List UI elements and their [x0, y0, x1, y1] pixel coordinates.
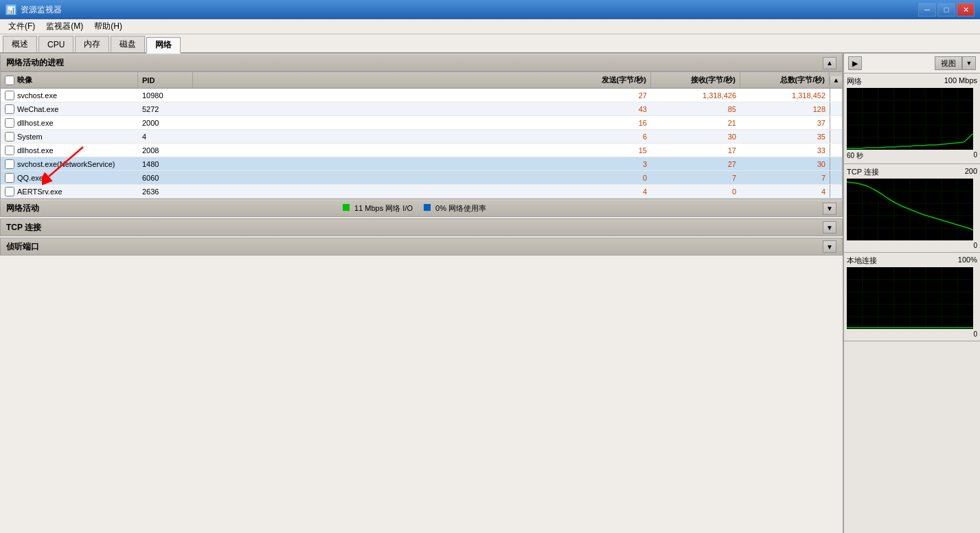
window-controls: ─ □ ✕ — [918, 3, 975, 16]
row-checkbox[interactable] — [5, 118, 14, 128]
status-net-io: 11 Mbps 网络 I/O — [343, 203, 413, 214]
tcp-collapse-btn[interactable]: ▼ — [823, 221, 836, 234]
network-chart-title: 网络 — [847, 76, 862, 87]
right-panel: ▶ 视图 ▼ 网络 100 Mbps — [843, 54, 980, 533]
listen-collapse-btn[interactable]: ▼ — [823, 240, 836, 253]
cell-recv: 21 — [651, 116, 740, 129]
processes-header[interactable]: 网络活动的进程 ▲ — [0, 54, 843, 71]
tcp-chart-header: TCP 连接 200 — [847, 167, 977, 177]
row-checkbox[interactable] — [5, 173, 14, 183]
processes-collapse-btn[interactable]: ▲ — [823, 57, 836, 69]
empty-area — [0, 256, 843, 533]
table-row[interactable]: svchost.exe 10980 27 1,318,426 1,318,452 — [1, 89, 842, 102]
network-chart-container: 网络 100 Mbps — [844, 73, 980, 164]
network-activity-collapse-btn[interactable]: ▼ — [823, 203, 836, 215]
cell-total: 30 — [740, 157, 830, 170]
cell-total: 128 — [740, 102, 830, 115]
local-chart-value: 100% — [958, 256, 977, 266]
table-row[interactable]: QQ.exe 6060 0 7 7 — [1, 171, 842, 185]
tab-memory[interactable]: 内存 — [75, 36, 109, 52]
cell-send: 6 — [193, 130, 651, 143]
cell-scroll — [830, 89, 842, 102]
cell-image: QQ.exe — [1, 171, 138, 184]
col-image[interactable]: 映像 — [1, 72, 138, 88]
table-row[interactable]: WeChat.exe 5272 43 85 128 — [1, 102, 842, 116]
expand-left-btn[interactable]: ▶ — [848, 56, 862, 70]
local-chart-zero: 0 — [973, 330, 977, 338]
listen-title: 侦听端口 — [6, 241, 415, 253]
cell-send: 4 — [193, 185, 651, 198]
view-button[interactable]: 视图 — [935, 56, 962, 70]
col-recv[interactable]: 接收(字节/秒) — [651, 72, 740, 88]
table-row[interactable]: dllhost.exe 2000 16 21 37 — [1, 116, 842, 130]
row-checkbox[interactable] — [5, 132, 14, 141]
title-bar: 📊 资源监视器 ─ □ ✕ — [0, 0, 980, 19]
local-chart-header: 本地连接 100% — [847, 256, 977, 266]
tcp-title: TCP 连接 — [6, 222, 415, 234]
menu-file[interactable]: 文件(F) — [3, 19, 41, 34]
processes-title: 网络活动的进程 — [6, 57, 823, 69]
right-header: ▶ 视图 ▼ — [844, 54, 980, 73]
row-checkbox[interactable] — [5, 104, 14, 114]
row-checkbox[interactable] — [5, 91, 14, 100]
table-row[interactable]: AERTSrv.exe 2636 4 0 4 — [1, 185, 842, 199]
col-send[interactable]: 发送(字节/秒) — [193, 72, 651, 88]
cell-send: 15 — [193, 144, 651, 157]
close-button[interactable]: ✕ — [957, 3, 975, 16]
network-activity-section[interactable]: 网络活动 11 Mbps 网络 I/O 0% 网络使用率 ▼ — [0, 199, 843, 217]
network-chart-value: 100 Mbps — [944, 76, 977, 87]
cell-recv: 30 — [651, 130, 740, 143]
table-row[interactable]: svchost.exe(NetworkService) 1480 3 27 30 — [1, 157, 842, 171]
cell-total: 1,318,452 — [740, 89, 830, 102]
cell-image: dllhost.exe — [1, 116, 138, 129]
cell-send: 0 — [193, 171, 651, 184]
maximize-button[interactable]: □ — [937, 3, 955, 16]
cell-recv: 27 — [651, 157, 740, 170]
network-chart-header: 网络 100 Mbps — [847, 76, 977, 87]
select-all-checkbox[interactable] — [5, 76, 14, 85]
network-chart-zero: 0 — [973, 151, 977, 161]
scroll-up-btn[interactable]: ▲ — [830, 76, 842, 84]
tcp-section[interactable]: TCP 连接 ▼ — [0, 218, 843, 236]
processes-section: 网络活动的进程 ▲ 映像 PID 发送(字节/秒) 接收(字节/秒) 总数(字节… — [0, 54, 843, 199]
cell-total: 4 — [740, 185, 830, 198]
row-checkbox[interactable] — [5, 146, 14, 155]
cell-recv: 7 — [651, 171, 740, 184]
tab-overview[interactable]: 概述 — [3, 36, 37, 52]
listen-section[interactable]: 侦听端口 ▼ — [0, 238, 843, 256]
cell-total: 7 — [740, 171, 830, 184]
col-pid[interactable]: PID — [138, 72, 193, 88]
cell-total: 35 — [740, 130, 830, 143]
cell-total: 33 — [740, 144, 830, 157]
cell-pid: 5272 — [138, 102, 193, 115]
row-checkbox[interactable] — [5, 187, 14, 196]
network-activity-title: 网络活动 — [6, 203, 343, 214]
local-chart — [847, 267, 973, 329]
tab-network[interactable]: 网络 — [146, 37, 181, 54]
cell-recv: 1,318,426 — [651, 89, 740, 102]
row-checkbox[interactable] — [5, 159, 14, 169]
cell-pid: 2000 — [138, 116, 193, 129]
cell-pid: 2636 — [138, 185, 193, 198]
cell-scroll — [830, 102, 842, 115]
tab-cpu[interactable]: CPU — [38, 36, 73, 52]
cell-pid: 6060 — [138, 171, 193, 184]
menu-help[interactable]: 帮助(H) — [89, 19, 128, 34]
local-chart-footer: 0 — [847, 330, 977, 338]
cell-image: dllhost.exe — [1, 144, 138, 157]
table-row[interactable]: dllhost.exe 2008 15 17 33 — [1, 144, 842, 157]
green-dot — [343, 204, 350, 211]
network-chart-footer: 60 秒 0 — [847, 151, 977, 161]
cell-pid: 4 — [138, 130, 193, 143]
col-total[interactable]: 总数(字节/秒) — [740, 72, 830, 88]
tab-disk[interactable]: 磁盘 — [111, 36, 145, 52]
view-dropdown-btn[interactable]: ▼ — [962, 56, 976, 70]
minimize-button[interactable]: ─ — [918, 3, 936, 16]
menu-monitor[interactable]: 监视器(M) — [41, 19, 89, 34]
table-row[interactable]: System 4 6 30 35 — [1, 130, 842, 144]
local-chart-container: 本地连接 100% — [844, 253, 980, 341]
cell-pid: 1480 — [138, 157, 193, 170]
blue-dot — [424, 204, 431, 211]
cell-scroll — [830, 171, 842, 184]
cell-image: svchost.exe — [1, 89, 138, 102]
